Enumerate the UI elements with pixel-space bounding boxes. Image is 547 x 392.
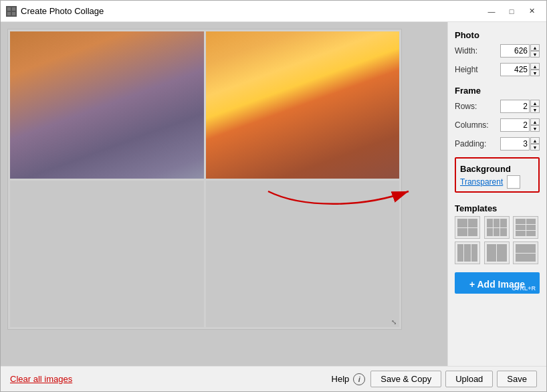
width-spinner-btns: ▲ ▼ (530, 44, 540, 58)
padding-spinner: ▲ ▼ (500, 137, 540, 151)
svg-rect-1 (12, 7, 15, 11)
maximize-button[interactable]: □ (502, 4, 521, 19)
background-row: Transparent (460, 175, 534, 189)
footer: Clear all images Help i Save & Copy Uplo… (1, 366, 546, 391)
rows-down-button[interactable]: ▼ (530, 106, 540, 113)
save-button[interactable]: Save (497, 371, 537, 387)
columns-input[interactable] (500, 118, 530, 132)
help-label: Help (332, 374, 350, 384)
add-image-button[interactable]: + Add Image CTRL+R (455, 272, 540, 294)
template-button-4[interactable] (455, 241, 480, 264)
height-up-button[interactable]: ▲ (530, 63, 540, 70)
rows-row: Rows: ▲ ▼ (455, 100, 540, 113)
minimize-button[interactable]: — (482, 4, 501, 19)
right-panel: Photo Width: ▲ ▼ Height ▲ ▼ (447, 22, 546, 366)
rows-spinner: ▲ ▼ (500, 100, 540, 113)
rows-input[interactable] (500, 100, 530, 113)
template-button-3[interactable] (513, 216, 538, 239)
templates-section-label: Templates (455, 203, 540, 213)
canvas-area: ⤡ (1, 22, 447, 366)
svg-rect-0 (7, 7, 11, 11)
template-button-2[interactable] (484, 216, 510, 239)
collage-grid: ⤡ (7, 29, 402, 330)
padding-input[interactable] (500, 137, 530, 151)
clear-all-link[interactable]: Clear all images (10, 374, 72, 384)
svg-rect-2 (7, 12, 11, 15)
close-button[interactable]: ✕ (522, 4, 541, 19)
template-button-6[interactable] (513, 241, 538, 264)
padding-up-button[interactable]: ▲ (530, 137, 540, 144)
width-label: Width: (455, 46, 489, 56)
collage-cell-bottom-left[interactable] (10, 181, 204, 328)
rows-up-button[interactable]: ▲ (530, 100, 540, 106)
height-row: Height ▲ ▼ (455, 63, 540, 76)
template-button-1[interactable] (455, 216, 480, 239)
background-section: Background Transparent (455, 157, 540, 193)
padding-down-button[interactable]: ▼ (530, 144, 540, 151)
transparent-link[interactable]: Transparent (460, 177, 503, 187)
help-icon[interactable]: i (353, 373, 365, 385)
color-swatch[interactable] (507, 175, 520, 189)
height-input[interactable] (500, 63, 530, 76)
photo-section-label: Photo (455, 30, 540, 40)
background-section-label: Background (460, 164, 534, 174)
footer-right: Save & Copy Upload Save (370, 371, 537, 387)
rows-label: Rows: (455, 102, 489, 111)
collage-cell-top-left[interactable] (10, 31, 204, 179)
svg-rect-3 (12, 12, 15, 15)
columns-down-button[interactable]: ▼ (530, 125, 540, 132)
width-row: Width: ▲ ▼ (455, 44, 540, 58)
padding-label: Padding: (455, 139, 489, 149)
height-label: Height (455, 65, 489, 74)
height-down-button[interactable]: ▼ (530, 70, 540, 76)
columns-spinner: ▲ ▼ (500, 118, 540, 132)
padding-row: Padding: ▲ ▼ (455, 137, 540, 151)
columns-up-button[interactable]: ▲ (530, 118, 540, 125)
add-image-shortcut: CTRL+R (512, 285, 536, 292)
width-up-button[interactable]: ▲ (530, 44, 540, 51)
app-icon (6, 6, 17, 17)
templates-grid (455, 216, 540, 264)
save-copy-button[interactable]: Save & Copy (370, 371, 441, 387)
height-spinner-btns: ▲ ▼ (530, 63, 540, 76)
template-button-5[interactable] (484, 241, 510, 264)
collage-cell-top-right[interactable] (206, 31, 400, 179)
rows-spinner-btns: ▲ ▼ (530, 100, 540, 113)
window-controls: — □ ✕ (482, 4, 541, 19)
height-spinner: ▲ ▼ (500, 63, 540, 76)
width-spinner: ▲ ▼ (500, 44, 540, 58)
main-window: Create Photo Collage — □ ✕ ⤡ (0, 0, 547, 392)
columns-spinner-btns: ▲ ▼ (530, 118, 540, 132)
footer-center: Help i (332, 373, 366, 385)
title-bar: Create Photo Collage — □ ✕ (1, 1, 546, 22)
resize-handle[interactable]: ⤡ (391, 319, 398, 326)
main-content: ⤡ Photo Width: (1, 22, 546, 366)
templates-section: Templates (455, 201, 540, 264)
collage-cell-bottom-right[interactable]: ⤡ (206, 181, 400, 328)
width-input[interactable] (500, 44, 530, 58)
upload-button[interactable]: Upload (445, 371, 493, 387)
footer-left: Clear all images (10, 374, 326, 384)
columns-label: Columns: (455, 120, 489, 130)
columns-row: Columns: ▲ ▼ (455, 118, 540, 132)
window-title: Create Photo Collage (21, 6, 482, 16)
padding-spinner-btns: ▲ ▼ (530, 137, 540, 151)
width-down-button[interactable]: ▼ (530, 51, 540, 58)
frame-section-label: Frame (455, 86, 540, 96)
